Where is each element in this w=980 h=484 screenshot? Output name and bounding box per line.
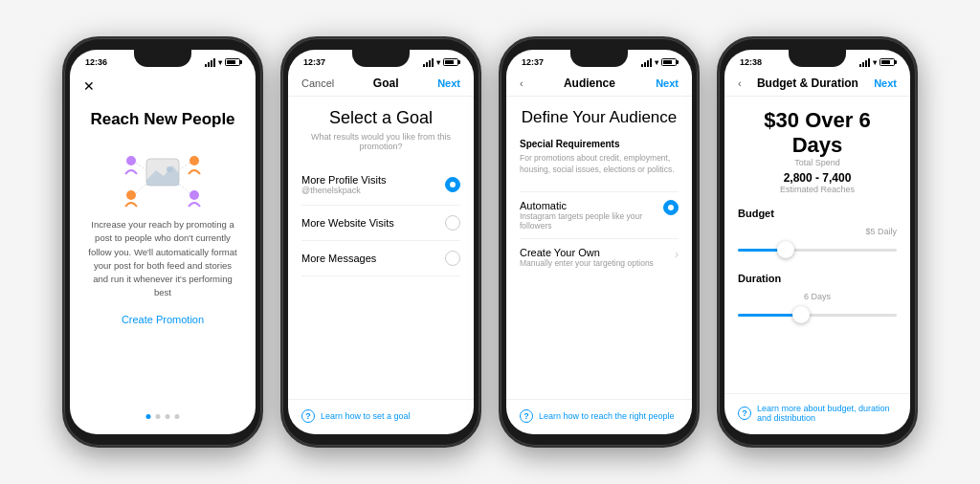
status-time-1: 12:36 [85,57,107,67]
svg-point-1 [167,166,172,172]
dot-4 [175,414,180,419]
screen4-bottom: ? Learn more about budget, duration and … [724,393,910,434]
budget-track [738,249,897,252]
screen1-illustration [120,142,206,209]
signal-1 [205,58,215,67]
help-icon-3[interactable]: ? [520,409,533,423]
status-time-2: 12:37 [303,57,325,67]
reach-label: Estimated Reaches [738,185,897,194]
bar4 [213,58,215,67]
status-icons-4: ▾ [859,58,895,67]
radio-automatic[interactable] [663,200,679,215]
audience-title: Define Your Audience [520,108,679,127]
back-button-4[interactable]: ‹ [738,77,742,89]
arrow-icon: › [675,248,679,261]
screen1-title: Reach New People [90,109,234,130]
dot-3 [166,414,170,419]
help-text-2: Learn how to set a goal [321,411,411,421]
help-text-3: Learn how to reach the right people [539,411,675,421]
phone-4: 12:38 ▾ ‹ Budget & Duration Next [717,36,918,448]
total-label: Total Spend [738,158,897,167]
screen2-content: Select a Goal What results would you lik… [288,97,474,399]
notch-1 [134,50,191,67]
duration-thumb[interactable] [792,306,810,323]
special-req-title: Special Requirements [520,139,679,149]
cancel-button[interactable]: Cancel [301,77,334,89]
dot-1 [146,414,151,419]
screen4-nav: ‹ Budget & Duration Next [724,73,910,97]
screen2-bottom: ? Learn how to set a goal [288,399,474,434]
battery-3 [661,58,677,66]
phones-container: 12:36 ▾ ✕ Reach New People [43,17,937,467]
screen3-bottom: ? Learn how to reach the right people [506,399,692,434]
duration-slider[interactable] [738,305,897,324]
special-req-section: Special Requirements For promotions abou… [520,139,679,182]
nav-title-4: Budget & Duration [757,77,858,90]
goal-option-2[interactable]: More Website Visits [301,206,460,241]
special-req-desc: For promotions about credit, employment,… [520,153,679,176]
help-text-4: Learn more about budget, duration and di… [757,404,897,423]
budget-value-label: $5 Daily [738,227,897,236]
goal-option-label-1: More Profile Visits [301,174,386,186]
phone-screen-2: 12:37 ▾ Cancel Goal Next Se [288,50,474,434]
audience-create-own[interactable]: Create Your Own Manually enter your targ… [520,238,679,275]
next-button-2[interactable]: Next [437,77,460,89]
create-own-label: Create Your Own [520,247,654,258]
goal-option-sub-1: @thenelskpack [301,186,386,195]
goal-option-label-3: More Messages [301,253,376,264]
next-button-4[interactable]: Next [874,77,897,89]
audience-content: Define Your Audience Special Requirement… [506,97,692,399]
budget-thumb[interactable] [777,241,794,258]
radio-2[interactable] [445,215,460,231]
signal-3 [641,58,652,67]
budget-section: Budget $5 Daily [738,208,897,259]
battery-2 [443,58,458,66]
nav-title-3: Audience [564,77,615,90]
radio-3[interactable] [445,251,460,266]
phone-screen-4: 12:38 ▾ ‹ Budget & Duration Next [724,50,910,434]
close-icon[interactable]: ✕ [83,78,95,94]
goal-option-1[interactable]: More Profile Visits @thenelskpack [301,165,460,206]
status-time-4: 12:38 [740,57,762,67]
svg-line-7 [179,163,189,170]
status-icons-3: ▾ [641,58,677,67]
help-icon-2[interactable]: ? [301,409,315,423]
budget-section-title: Budget [738,208,897,219]
phone-screen-1: 12:36 ▾ ✕ Reach New People [70,50,256,434]
signal-2 [423,58,434,67]
next-button-3[interactable]: Next [656,77,679,89]
status-icons-1: ▾ [205,58,240,67]
svg-line-6 [136,163,146,170]
phone-screen-3: 12:37 ▾ ‹ Audience Next Def [506,50,692,434]
bar2 [208,62,210,67]
create-own-sub: Manually enter your targeting options [520,258,654,268]
wifi-icon-1: ▾ [218,58,222,67]
automatic-sub: Instagram targets people like your follo… [520,211,663,231]
duration-section: Duration 6 Days [738,273,897,324]
notch-3 [570,50,628,67]
goal-option-label-2: More Website Visits [301,217,394,229]
radio-selected-1[interactable] [445,177,460,192]
budget-content: $30 Over 6 Days Total Spend 2,800 - 7,40… [724,97,910,393]
goal-option-3[interactable]: More Messages [301,241,460,276]
back-button-3[interactable]: ‹ [520,77,523,89]
battery-1 [225,58,240,66]
phone-3: 12:37 ▾ ‹ Audience Next Def [499,36,700,448]
goal-subtitle: What results would you like from this pr… [301,132,460,151]
create-promotion-button[interactable]: Create Promotion [122,314,204,325]
nav-title-2: Goal [373,77,399,90]
screen1-desc: Increase your reach by promoting a post … [85,218,240,300]
budget-slider[interactable] [738,240,897,259]
screen2-nav: Cancel Goal Next [288,73,474,97]
dot-2 [156,414,161,419]
signal-4 [859,58,870,67]
audience-automatic[interactable]: Automatic Instagram targets people like … [520,191,679,238]
svg-point-4 [126,190,136,200]
wifi-icon-3: ▾ [655,58,658,67]
goal-main-title: Select a Goal [301,108,460,128]
status-icons-2: ▾ [423,58,458,67]
dots-row [146,414,180,419]
svg-line-8 [136,184,146,193]
svg-point-5 [189,190,199,200]
help-icon-4[interactable]: ? [738,407,751,420]
